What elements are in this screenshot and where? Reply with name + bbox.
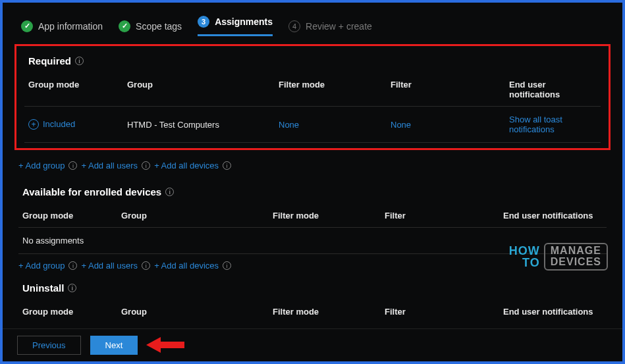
- watermark-left: HOW TO: [509, 245, 540, 269]
- add-group-link[interactable]: + Add group: [18, 261, 65, 271]
- col-header-group-mode: Group mode: [28, 80, 127, 99]
- footer-bar: Previous Next: [3, 328, 622, 361]
- section-title-text: Required: [28, 55, 71, 66]
- step-label: Assignments: [215, 16, 273, 27]
- col-header-group: Group: [127, 80, 279, 99]
- step-assignments[interactable]: 3 Assignments: [198, 16, 273, 36]
- col-header-group-mode: Group mode: [22, 307, 121, 317]
- check-icon: ✓: [21, 20, 33, 32]
- app-frame: ✓ App information ✓ Scope tags 3 Assignm…: [0, 0, 625, 364]
- required-table-header: Group mode Group Filter mode Filter End …: [24, 76, 601, 107]
- add-all-devices-link[interactable]: + Add all devices: [154, 161, 219, 170]
- add-all-users-link[interactable]: + Add all users: [81, 161, 138, 170]
- step-number-icon: 4: [288, 20, 300, 32]
- info-icon[interactable]: i: [68, 261, 77, 270]
- watermark-box: MANAGE DEVICES: [544, 243, 608, 271]
- info-icon[interactable]: i: [223, 161, 231, 170]
- info-icon[interactable]: i: [142, 261, 150, 270]
- filter-mode-cell[interactable]: None: [279, 120, 391, 130]
- col-header-group: Group: [121, 307, 273, 317]
- available-heading: Available for enrolled devices i: [18, 184, 607, 207]
- step-label: Review + create: [306, 21, 372, 32]
- col-header-group-mode: Group mode: [22, 211, 121, 221]
- col-header-filter-mode: Filter mode: [273, 211, 385, 221]
- info-icon[interactable]: i: [68, 284, 76, 292]
- add-group-link[interactable]: + Add group: [18, 161, 65, 170]
- add-all-devices-link[interactable]: + Add all devices: [154, 261, 219, 271]
- watermark: HOW TO MANAGE DEVICES: [509, 243, 608, 271]
- info-icon[interactable]: i: [165, 188, 174, 196]
- info-icon[interactable]: i: [68, 161, 77, 170]
- filter-cell[interactable]: None: [391, 120, 509, 130]
- next-button[interactable]: Next: [90, 336, 138, 355]
- step-label: App information: [38, 21, 103, 32]
- col-header-filter-mode: Filter mode: [273, 307, 385, 317]
- wizard-steps: ✓ App information ✓ Scope tags 3 Assignm…: [14, 3, 611, 43]
- check-icon: ✓: [119, 20, 130, 32]
- watermark-how: HOW: [509, 245, 540, 257]
- watermark-line1: MANAGE: [551, 246, 601, 257]
- previous-button[interactable]: Previous: [17, 336, 81, 355]
- step-app-information[interactable]: ✓ App information: [21, 20, 103, 32]
- content-area: ✓ App information ✓ Scope tags 3 Assignm…: [3, 3, 622, 326]
- uninstall-table-header: Group mode Group Filter mode Filter End …: [18, 303, 607, 323]
- available-table-header: Group mode Group Filter mode Filter End …: [18, 207, 607, 228]
- info-icon[interactable]: i: [223, 261, 231, 270]
- col-header-filter-mode: Filter mode: [279, 80, 391, 99]
- col-header-filter: Filter: [385, 211, 503, 221]
- plus-circle-icon: +: [28, 119, 39, 130]
- watermark-to: TO: [509, 257, 540, 269]
- step-scope-tags[interactable]: ✓ Scope tags: [119, 20, 182, 32]
- col-header-notifications: End user notifications: [503, 307, 603, 317]
- info-icon[interactable]: i: [75, 57, 84, 65]
- uninstall-heading: Uninstall i: [18, 280, 607, 303]
- section-title-text: Available for enrolled devices: [22, 186, 161, 197]
- uninstall-section: Uninstall i Group mode Group Filter mode…: [14, 276, 611, 326]
- col-header-filter: Filter: [391, 80, 509, 99]
- group-mode-cell[interactable]: +Included: [28, 119, 127, 130]
- info-icon[interactable]: i: [142, 161, 150, 170]
- step-review-create[interactable]: 4 Review + create: [288, 20, 372, 32]
- step-label: Scope tags: [136, 21, 182, 32]
- required-actions: + Add group i + Add all users i + Add al…: [14, 154, 611, 173]
- col-header-group: Group: [121, 211, 273, 221]
- group-cell: HTMD - Test Computers: [127, 120, 279, 130]
- col-header-notifications: End user notifications: [509, 80, 597, 99]
- add-all-users-link[interactable]: + Add all users: [81, 261, 138, 271]
- step-number-icon: 3: [198, 16, 209, 28]
- required-section-highlight: Required i Group mode Group Filter mode …: [14, 44, 611, 150]
- table-row: +Included HTMD - Test Computers None Non…: [24, 107, 601, 143]
- section-title-text: Uninstall: [22, 282, 64, 294]
- required-heading: Required i: [24, 53, 601, 76]
- col-header-notifications: End user notifications: [503, 211, 603, 221]
- col-header-filter: Filter: [385, 307, 503, 317]
- group-mode-value: Included: [43, 119, 75, 129]
- no-assignments-text: No assignments: [22, 236, 84, 246]
- watermark-line2: DEVICES: [551, 257, 601, 268]
- notifications-cell[interactable]: Show all toast notifications: [509, 115, 597, 134]
